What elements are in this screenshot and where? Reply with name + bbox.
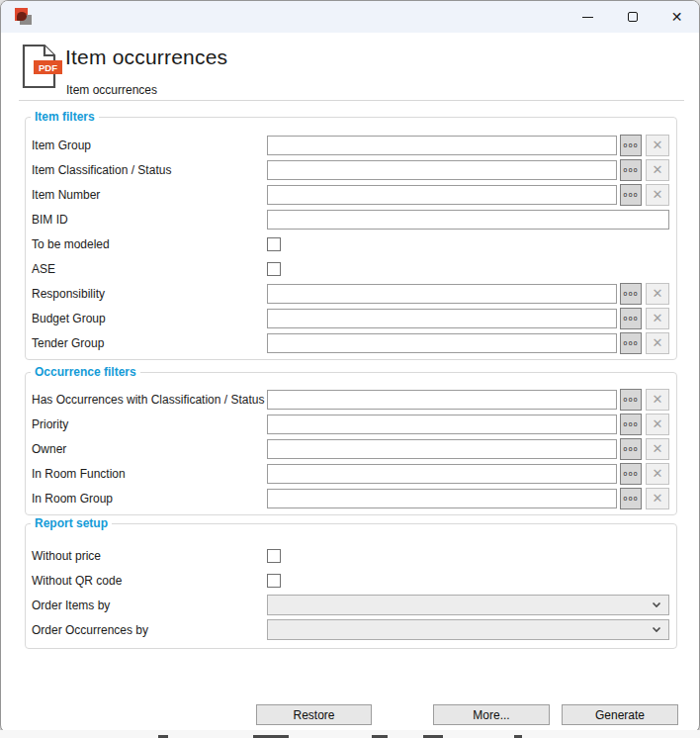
ellipsis-icon: ooo <box>623 445 639 453</box>
in-room-group-lookup-button[interactable]: ooo <box>620 488 642 509</box>
restore-button[interactable]: Restore <box>256 704 372 725</box>
priority-lookup-button[interactable]: ooo <box>620 414 642 435</box>
responsibility-clear-button[interactable]: ✕ <box>646 283 669 305</box>
field-label: Tender Group <box>32 336 267 350</box>
bim-id-input[interactable] <box>267 210 669 230</box>
ellipsis-icon: ooo <box>623 495 639 503</box>
form-row-item-group: Item Group ooo ✕ <box>26 133 676 157</box>
clear-x-icon: ✕ <box>653 467 663 480</box>
in-room-group-clear-button[interactable]: ✕ <box>646 488 669 509</box>
page-title: Item occurrences <box>65 46 227 69</box>
item-classification-lookup-button[interactable]: ooo <box>620 159 642 181</box>
ase-checkbox[interactable] <box>267 262 281 276</box>
budget-group-clear-button[interactable]: ✕ <box>646 308 669 329</box>
owner-lookup-button[interactable]: ooo <box>620 438 642 460</box>
form-row-without-price: Without price <box>26 543 676 568</box>
close-icon: ✕ <box>671 9 683 25</box>
without-qr-code-checkbox[interactable] <box>267 574 281 588</box>
close-button[interactable]: ✕ <box>655 1 699 33</box>
field-label: Budget Group <box>32 312 267 325</box>
in-room-function-clear-button[interactable]: ✕ <box>646 463 669 485</box>
ellipsis-icon: ooo <box>623 315 639 323</box>
dialog-header: PDF Item occurrences Item occurrences <box>1 33 699 101</box>
clear-x-icon: ✕ <box>653 442 663 455</box>
item-number-lookup-button[interactable]: ooo <box>620 184 642 206</box>
minimize-button[interactable] <box>566 1 610 33</box>
form-row-priority: Priority ooo ✕ <box>26 412 676 436</box>
ellipsis-icon: ooo <box>623 339 639 347</box>
in-room-group-input[interactable] <box>267 489 617 508</box>
responsibility-lookup-button[interactable]: ooo <box>620 283 642 305</box>
budget-group-lookup-button[interactable]: ooo <box>620 308 642 329</box>
form-row-item-classification: Item Classification / Status ooo ✕ <box>26 157 676 182</box>
owner-input[interactable] <box>267 439 617 459</box>
to-be-modeled-checkbox[interactable] <box>267 237 281 251</box>
clear-x-icon: ✕ <box>653 287 663 300</box>
maximize-button[interactable] <box>610 1 655 33</box>
pdf-document-icon: PDF <box>22 44 63 89</box>
responsibility-input[interactable] <box>267 284 617 304</box>
clear-x-icon: ✕ <box>653 312 663 324</box>
clear-x-icon: ✕ <box>653 492 663 505</box>
field-label: Without price <box>32 549 267 563</box>
generate-button[interactable]: Generate <box>562 704 678 725</box>
ellipsis-icon: ooo <box>623 191 639 199</box>
in-room-function-lookup-button[interactable]: ooo <box>620 463 642 485</box>
item-classification-input[interactable] <box>267 160 617 180</box>
form-row-responsibility: Responsibility ooo ✕ <box>26 281 676 306</box>
owner-clear-button[interactable]: ✕ <box>646 438 669 460</box>
priority-clear-button[interactable]: ✕ <box>646 414 669 435</box>
without-price-checkbox[interactable] <box>267 549 281 563</box>
item-group-clear-button[interactable]: ✕ <box>646 135 669 156</box>
clear-x-icon: ✕ <box>653 163 663 176</box>
field-label: Item Number <box>32 188 267 202</box>
field-label: In Room Function <box>32 467 267 481</box>
field-label: In Room Group <box>32 492 267 506</box>
form-row-tender-group: Tender Group ooo ✕ <box>26 330 676 355</box>
item-classification-clear-button[interactable]: ✕ <box>646 159 669 181</box>
field-label: Item Classification / Status <box>32 163 267 177</box>
item-group-lookup-button[interactable]: ooo <box>620 135 642 156</box>
form-row-bim-id: BIM ID <box>26 207 676 231</box>
budget-group-input[interactable] <box>267 309 617 328</box>
item-group-input[interactable] <box>267 136 617 155</box>
field-label: Without QR code <box>32 574 267 588</box>
form-row-order-items-by: Order Items by <box>26 593 676 617</box>
tender-group-clear-button[interactable]: ✕ <box>646 332 669 354</box>
chevron-down-icon <box>652 626 661 633</box>
ellipsis-icon: ooo <box>623 420 639 428</box>
background-window-sliver <box>0 730 700 738</box>
clear-x-icon: ✕ <box>653 393 663 406</box>
group-occurrence-filters: Occurrence filters Has Occurrences with … <box>25 372 677 515</box>
tender-group-lookup-button[interactable]: ooo <box>620 332 642 354</box>
tender-group-input[interactable] <box>267 333 617 353</box>
order-items-by-select[interactable] <box>267 595 669 615</box>
form-row-has-occurrences: Has Occurrences with Classification / St… <box>26 387 676 412</box>
field-label: BIM ID <box>32 213 267 227</box>
field-label: Item Group <box>32 138 267 152</box>
in-room-function-input[interactable] <box>267 464 617 484</box>
has-occurrences-lookup-button[interactable]: ooo <box>620 389 642 411</box>
form-row-ase: ASE <box>26 256 676 281</box>
minimize-icon <box>582 17 593 18</box>
field-label: Priority <box>32 417 267 431</box>
has-occurrences-clear-button[interactable]: ✕ <box>646 389 669 411</box>
field-label: ASE <box>32 262 267 276</box>
form-row-in-room-function: In Room Function ooo ✕ <box>26 461 676 486</box>
group-item-filters: Item filters Item Group ooo ✕ Item Class… <box>25 117 677 360</box>
clear-x-icon: ✕ <box>653 188 663 201</box>
has-occurrences-classification-input[interactable] <box>267 390 617 410</box>
pdf-badge-text: PDF <box>39 62 57 73</box>
order-occurrences-by-select[interactable] <box>267 619 669 640</box>
form-row-order-occurrences-by: Order Occurrences by <box>26 617 676 642</box>
field-label: Order Items by <box>32 599 267 612</box>
item-number-input[interactable] <box>267 185 617 205</box>
header-divider <box>19 100 684 101</box>
more-button[interactable]: More... <box>433 704 550 725</box>
chevron-down-icon <box>652 601 661 608</box>
field-label: Owner <box>32 442 267 456</box>
field-label: Order Occurrences by <box>32 623 267 637</box>
priority-input[interactable] <box>267 415 617 434</box>
item-number-clear-button[interactable]: ✕ <box>646 184 669 206</box>
form-row-without-qr-code: Without QR code <box>26 568 676 593</box>
